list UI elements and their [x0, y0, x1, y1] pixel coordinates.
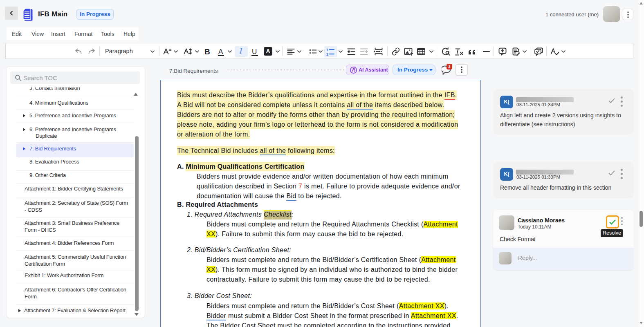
svg-text:1: 1 — [326, 48, 328, 52]
svg-text:2: 2 — [326, 52, 328, 56]
